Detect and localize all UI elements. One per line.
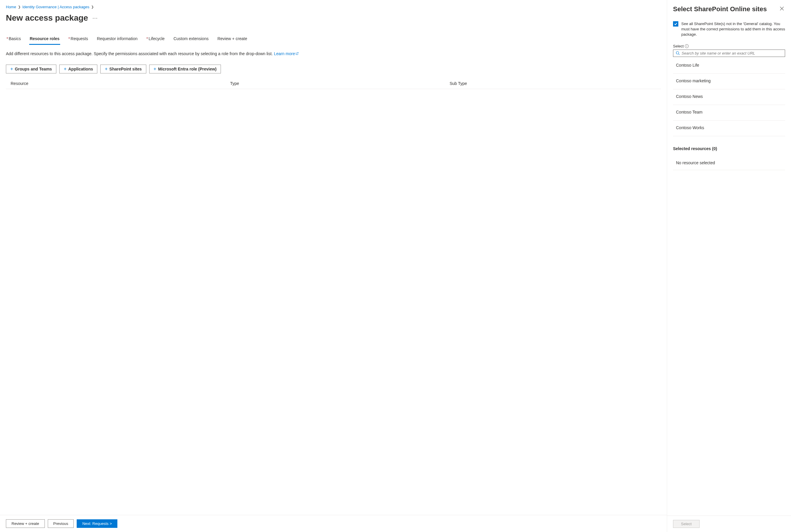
external-link-icon	[296, 52, 299, 55]
side-panel: Select SharePoint Online sites See all S…	[667, 0, 791, 532]
close-icon[interactable]	[778, 5, 785, 13]
tab-requestor-label: Requestor information	[97, 36, 137, 41]
th-type: Type	[230, 81, 450, 86]
next-button[interactable]: Next: Requests >	[77, 519, 117, 528]
tab-requestor-info[interactable]: Requestor information	[96, 35, 138, 45]
list-item[interactable]: Contoso Life	[673, 58, 785, 74]
selected-resources-heading: Selected resources (0)	[673, 146, 785, 151]
tab-review-label: Review + create	[218, 36, 247, 41]
breadcrumb-home[interactable]: Home	[6, 5, 16, 9]
add-sharepoint-button[interactable]: +SharePoint sites	[100, 64, 146, 73]
svg-point-2	[676, 52, 679, 54]
plus-icon: +	[10, 66, 13, 72]
tab-basics[interactable]: *Basics	[6, 35, 21, 45]
list-item[interactable]: Contoso marketing	[673, 74, 785, 89]
info-icon[interactable]: i	[685, 44, 689, 48]
groups-label: Groups and Teams	[15, 66, 52, 71]
tab-basics-label: Basics	[8, 36, 21, 41]
add-entra-role-button[interactable]: +Microsoft Entra role (Preview)	[149, 64, 221, 73]
list-item[interactable]: Contoso Works	[673, 120, 785, 136]
th-subtype: Sub Type	[450, 81, 657, 86]
chevron-right-icon: ❯	[91, 5, 94, 9]
panel-title: Select SharePoint Online sites	[673, 5, 767, 13]
checkbox-label: See all SharePoint Site(s) not in the 'G…	[681, 21, 785, 37]
tab-custom-extensions[interactable]: Custom extensions	[173, 35, 209, 45]
list-item[interactable]: Contoso Team	[673, 105, 785, 120]
tabs: *Basics Resource roles *Requests Request…	[6, 35, 661, 45]
tab-custom-label: Custom extensions	[173, 36, 208, 41]
plus-icon: +	[105, 66, 107, 72]
panel-footer: Select	[667, 515, 791, 532]
table-header: Resource Type Sub Type	[6, 79, 661, 89]
select-label: Select i	[673, 44, 785, 49]
sp-label: SharePoint sites	[109, 66, 142, 71]
previous-button[interactable]: Previous	[48, 519, 74, 528]
see-all-checkbox[interactable]	[673, 21, 678, 26]
tab-lifecycle-label: Lifecycle	[149, 36, 165, 41]
description: Add different resources to this access p…	[6, 51, 661, 57]
entra-label: Microsoft Entra role (Preview)	[158, 66, 216, 71]
check-icon	[674, 22, 677, 26]
svg-line-3	[679, 54, 680, 55]
chevron-right-icon: ❯	[18, 5, 21, 9]
add-applications-button[interactable]: +Applications	[59, 64, 97, 73]
breadcrumb-identity[interactable]: Identity Governance | Access packages	[22, 5, 89, 9]
tab-lifecycle[interactable]: *Lifecycle	[146, 35, 165, 45]
th-resource: Resource	[11, 81, 230, 86]
no-resource-selected: No resource selected	[673, 156, 785, 170]
select-button[interactable]: Select	[673, 520, 700, 528]
more-icon[interactable]: ⋯	[92, 15, 98, 21]
search-field[interactable]	[673, 50, 785, 57]
apps-label: Applications	[68, 66, 93, 71]
footer: Review + create Previous Next: Requests …	[0, 515, 667, 532]
tab-requests-label: Requests	[71, 36, 88, 41]
review-create-button[interactable]: Review + create	[6, 519, 45, 528]
search-input[interactable]	[682, 51, 783, 55]
search-icon	[676, 51, 680, 55]
add-groups-teams-button[interactable]: +Groups and Teams	[6, 64, 56, 73]
tab-requests[interactable]: *Requests	[68, 35, 89, 45]
breadcrumb: Home ❯ Identity Governance | Access pack…	[6, 5, 661, 9]
plus-icon: +	[154, 66, 156, 72]
description-text: Add different resources to this access p…	[6, 51, 274, 56]
tab-resource-roles[interactable]: Resource roles	[29, 35, 60, 45]
page-title: New access package	[6, 13, 88, 23]
tab-review-create[interactable]: Review + create	[217, 35, 248, 45]
plus-icon: +	[64, 66, 67, 72]
tab-roles-label: Resource roles	[30, 36, 60, 41]
learn-more-link[interactable]: Learn more	[274, 51, 299, 56]
list-item[interactable]: Contoso News	[673, 89, 785, 105]
site-list: Contoso Life Contoso marketing Contoso N…	[673, 58, 785, 136]
